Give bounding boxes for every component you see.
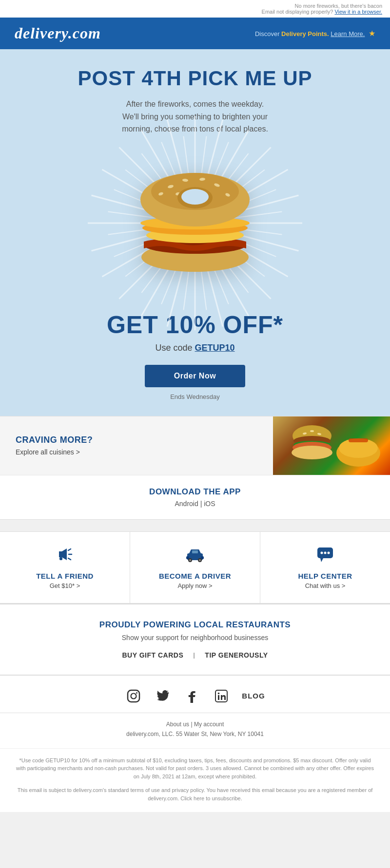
fine-print: *Use code GETUP10 for 10% off a minimum … [0,748,390,812]
download-platforms: Android | iOS [10,500,380,508]
fine-print-line2: This email is subject to delivery.com's … [15,786,375,802]
footer-links: About us | My account delivery.com, LLC.… [0,713,390,748]
top-bar-line2: Email not displaying properly? [262,9,333,15]
svg-rect-76 [349,438,368,442]
discover-label: Discover [255,30,280,38]
fine-print-line1: *Use code GETUP10 for 10% off a minimum … [15,756,375,781]
ends-text: Ends Wednesday [20,393,370,400]
three-columns-section: TELL A FRIEND Get $10* > BECOME A DRIVER… [0,531,390,604]
facebook-icon[interactable] [183,687,201,705]
svg-line-79 [68,549,71,550]
svg-rect-85 [201,556,204,559]
star-icon: ★ [369,29,375,38]
hero-subtitle-line1: After the fireworks, comes the weekday. [126,100,264,108]
points-label: Delivery Points. [281,30,329,38]
about-us-link[interactable]: About us [166,721,189,728]
divider1 [0,519,390,520]
tip-generously-link[interactable]: TIP GENEROUSLY [205,651,268,659]
svg-rect-96 [128,690,139,702]
bagel-image-container [78,150,312,296]
explore-link[interactable]: Explore all cuisines > [16,448,80,456]
help-center-col[interactable]: HELP CENTER Chat with us > [260,532,390,603]
svg-point-87 [189,559,191,561]
footer-nav: About us | My account [10,721,380,728]
social-section: BLOG [0,675,390,713]
powering-subtitle: Show your support for neighborhood busin… [10,634,380,642]
social-icons-row: BLOG [10,687,380,705]
powering-title: PROUDLY POWERING LOCAL RESTAURANTS [10,620,380,630]
help-center-title: HELP CENTER [268,572,382,580]
logo[interactable]: delivery.com [15,24,101,42]
svg-rect-100 [218,695,219,700]
tell-friend-col[interactable]: TELL A FRIEND Get $10* > [0,532,130,603]
download-section: DOWNLOAD THE APP Android | iOS [0,475,390,519]
svg-rect-90 [192,550,198,553]
my-account-link[interactable]: My account [194,721,224,728]
svg-rect-78 [59,552,62,556]
download-title: DOWNLOAD THE APP [10,487,380,497]
gift-cards-link[interactable]: BUY GIFT CARDS [122,651,183,659]
tell-friend-sub: Get $10* > [8,582,122,589]
svg-point-98 [136,692,137,694]
ios-link[interactable]: iOS [204,500,215,508]
header-right: Discover Delivery Points. Learn More. ★ [255,29,375,38]
help-center-sub: Chat with us > [268,582,382,589]
view-browser-link[interactable]: View it in a browser. [334,9,382,15]
instagram-icon[interactable] [125,687,142,705]
hero-headline: POST 4TH PICK ME UP [20,67,370,90]
order-now-button[interactable]: Order Now [145,365,245,387]
top-bar: No more fireworks, but there's bacon Ema… [0,0,390,18]
svg-point-89 [199,559,201,561]
hero-section: POST 4TH PICK ME UP After the fireworks,… [0,49,390,416]
svg-point-94 [324,551,327,554]
linkedin-icon[interactable] [213,687,230,705]
craving-section: CRAVING MORE? Explore all cuisines > [0,416,390,475]
use-code-text: Use code GETUP10 [20,343,370,353]
craving-text-area: CRAVING MORE? Explore all cuisines > [0,421,273,470]
svg-rect-84 [186,556,189,559]
svg-point-95 [328,551,330,554]
become-driver-col[interactable]: BECOME A DRIVER Apply now > [130,532,260,603]
use-code-label: Use code [155,343,192,353]
footer-address: delivery.com, LLC. 55 Water St, New York… [10,731,380,737]
svg-point-70 [292,446,332,459]
learn-more-link[interactable]: Learn More. [331,30,365,38]
svg-point-93 [321,551,323,554]
bagel-illustration [132,165,258,282]
android-link[interactable]: Android [175,500,198,508]
svg-rect-82 [59,557,62,560]
food-image [273,416,390,475]
svg-point-101 [218,692,220,694]
chat-icon [268,546,382,567]
powering-section: PROUDLY POWERING LOCAL RESTAURANTS Show … [0,604,390,675]
car-icon [138,546,252,567]
promo-code: GETUP10 [195,343,235,353]
svg-point-65 [181,189,209,205]
top-bar-line1: No more fireworks, but there's bacon [295,3,382,9]
svg-marker-92 [320,558,323,562]
svg-point-97 [131,693,136,698]
svg-point-72 [310,430,314,432]
header: delivery.com Discover Delivery Points. L… [0,18,390,49]
craving-title: CRAVING MORE? [16,435,257,445]
become-driver-title: BECOME A DRIVER [138,572,252,580]
blog-link[interactable]: BLOG [242,692,265,700]
become-driver-sub: Apply now > [138,582,252,589]
megaphone-icon [8,546,122,567]
twitter-icon[interactable] [154,687,172,705]
tell-friend-title: TELL A FRIEND [8,572,122,580]
svg-line-81 [68,558,71,560]
gift-row: BUY GIFT CARDS | TIP GENEROUSLY [10,651,380,659]
